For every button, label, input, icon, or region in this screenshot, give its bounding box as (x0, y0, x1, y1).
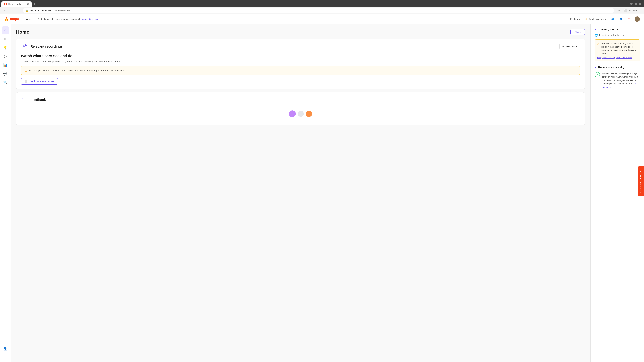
sidebar-item-recordings[interactable]: ▷ (2, 53, 9, 60)
recordings-card-title: Relevant recordings (30, 44, 62, 48)
sidebar-item-insights[interactable]: 💡 (2, 44, 9, 51)
check-installation-icon: ⬜ (24, 80, 27, 83)
sidebar-item-surveys[interactable]: 🔍 (2, 79, 9, 86)
tab-favicon (4, 3, 7, 5)
svg-rect-2 (22, 98, 26, 101)
tracking-alert-text: Your site has not sent any data to Hotja… (601, 42, 638, 55)
tracking-issue-chevron: ▾ (605, 18, 606, 20)
user-avatar[interactable]: U (634, 16, 640, 22)
feedback-card-title: Feedback (30, 98, 46, 102)
activity-item: ✓ You successfully installed your Hotjar… (594, 72, 640, 89)
add-user-button[interactable]: 👤 (618, 17, 624, 21)
trial-banner: 11 trial days left - keep advanced featu… (38, 18, 565, 20)
activity-text-suffix: . (615, 86, 616, 88)
subscribe-link[interactable]: subscribing now (82, 18, 98, 20)
feedback-card-body (16, 107, 585, 125)
tracking-status-header[interactable]: ▼ Tracking status (594, 28, 640, 31)
invite-button[interactable]: 👥 (610, 17, 616, 21)
back-button[interactable]: ← (3, 8, 8, 13)
activity-success-icon: ✓ (594, 72, 600, 77)
site-selector[interactable]: shopify ▾ (23, 17, 35, 21)
maximize-button[interactable] (634, 2, 637, 5)
header-actions: English ▾ ⚠ Tracking issue ▾ 👥 👤 ❓ U (569, 16, 640, 22)
recent-activity-header[interactable]: ▼ Recent team activity (594, 66, 640, 69)
sessions-dropdown-label: All sessions (562, 45, 575, 48)
tracking-issue-button[interactable]: ⚠ Tracking issue ▾ (584, 17, 607, 21)
profile-button[interactable]: Incognito (630, 8, 634, 13)
sidebar-item-heatmaps[interactable]: 📊 (2, 61, 9, 69)
feedback-card-icon (21, 96, 28, 103)
recent-activity-chevron: ▼ (594, 66, 597, 69)
feedback-nav-icon: 💬 (3, 72, 8, 76)
verify-link[interactable]: Verify your tracking code installation (597, 56, 638, 59)
tracking-url: 🌐 https://admin.shopify.com (594, 33, 640, 37)
warning-icon: ⚠ (24, 69, 27, 72)
recordings-section-heading: Watch what users see and do (21, 54, 580, 58)
sessions-dropdown: All sessions ▾ (560, 43, 580, 49)
sidebar-item-dashboards[interactable]: ⊞ (2, 35, 9, 42)
add-user-icon: 👤 (620, 18, 622, 20)
forward-button[interactable]: → (10, 8, 14, 13)
lock-icon: 🔒 (26, 9, 28, 12)
browser-action-buttons: ☆ ⬜ Incognito ⋮ (616, 8, 641, 13)
new-tab-button[interactable]: + (32, 2, 37, 6)
tab-close-button[interactable]: ✕ (27, 3, 29, 5)
address-bar[interactable]: 🔒 insights.hotjar.com/sites/3814994/over… (23, 8, 614, 13)
recordings-card-header: Relevant recordings All sessions ▾ (16, 39, 585, 54)
extensions-button[interactable]: ⬜ (623, 8, 628, 13)
page-title: Home (16, 29, 29, 35)
right-panel: ▼ Tracking status 🌐 https://admin.shopif… (590, 24, 644, 362)
url-display: insights.hotjar.com/sites/3814994/overvi… (30, 9, 612, 12)
language-chevron: ▾ (579, 18, 580, 20)
close-button[interactable] (639, 2, 641, 5)
browser-tab-active[interactable]: Home - Hotjar ✕ (1, 1, 32, 7)
expand-icon: → (4, 356, 7, 359)
activity-text-content: You successfully installed your Hotjar s… (602, 72, 638, 85)
heatmaps-icon: 📊 (3, 63, 8, 67)
menu-button[interactable]: ⋮ (636, 8, 641, 13)
logo-text: hotjar (10, 17, 19, 21)
hotjar-logo[interactable]: 🔥 hotjar (4, 17, 19, 21)
app: 🔥 hotjar shopify ▾ 11 trial days left - … (0, 14, 644, 362)
sidebar-item-feedback[interactable]: 💬 (2, 70, 9, 77)
share-button[interactable]: Share (570, 29, 585, 35)
recordings-warning-text: No data yet? Refresh, wait for more traf… (29, 69, 126, 72)
tracking-status-section: ▼ Tracking status 🌐 https://admin.shopif… (594, 28, 640, 61)
recordings-icon: ▷ (4, 54, 6, 58)
sidebar: ⌂ ⊞ 💡 ▷ 📊 💬 🔍 👤 → (0, 24, 11, 362)
recordings-section-desc: Get live playbacks of full user journeys… (21, 60, 580, 63)
minimize-button[interactable] (630, 2, 632, 5)
language-label: English (570, 18, 578, 20)
home-icon: ⌂ (4, 28, 6, 32)
tracking-issue-icon: ⚠ (585, 17, 588, 21)
users-icon: 👤 (3, 347, 8, 351)
site-selector-chevron: ▾ (32, 18, 34, 20)
recordings-warning-box: ⚠ No data yet? Refresh, wait for more tr… (21, 66, 580, 75)
refresh-button[interactable]: ↻ (16, 8, 21, 13)
recent-activity-section: ▼ Recent team activity ✓ You successfull… (594, 66, 640, 89)
check-installation-button[interactable]: ⬜ Check installation issues (21, 78, 58, 85)
dashboards-icon: ⊞ (4, 37, 7, 41)
sidebar-expand-button[interactable]: → (2, 354, 9, 361)
surveys-icon: 🔍 (3, 80, 8, 84)
check-installation-label: Check installation issues (29, 80, 54, 83)
app-body: ⌂ ⊞ 💡 ▷ 📊 💬 🔍 👤 → (0, 24, 644, 362)
tracking-alert-header: ⚠ Your site has not sent any data to Hot… (597, 42, 638, 55)
site-name: shopify (24, 18, 31, 20)
help-icon: ❓ (628, 18, 630, 20)
insights-icon: 💡 (3, 45, 8, 50)
alert-icon: ⚠ (597, 42, 600, 45)
page-header: Home Share (16, 29, 585, 35)
rate-experience-tab[interactable]: Rate your experience (638, 166, 644, 196)
browser-tabs: Home - Hotjar ✕ + (0, 0, 644, 7)
sessions-dropdown-button[interactable]: All sessions ▾ (560, 43, 580, 49)
bookmark-button[interactable]: ☆ (616, 8, 621, 13)
tracking-issue-label: Tracking issue (589, 18, 604, 20)
sidebar-item-users[interactable]: 👤 (2, 345, 9, 352)
language-selector[interactable]: English ▾ (569, 17, 581, 21)
sidebar-item-home[interactable]: ⌂ (2, 26, 9, 34)
browser-chrome: Home - Hotjar ✕ + ← → ↻ 🔒 insights.hotja… (0, 0, 644, 14)
browser-controls: ← → ↻ 🔒 insights.hotjar.com/sites/381499… (0, 7, 644, 14)
globe-icon: 🌐 (594, 33, 598, 37)
help-button[interactable]: ❓ (626, 17, 632, 21)
